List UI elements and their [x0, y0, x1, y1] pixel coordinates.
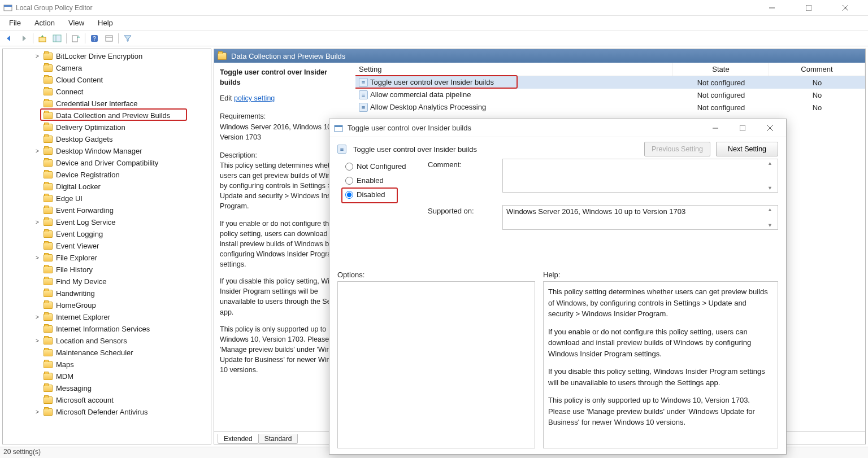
tree-item-label: Camera: [56, 64, 82, 72]
radio-disabled[interactable]: Disabled: [345, 190, 420, 199]
col-setting[interactable]: Setting: [355, 63, 673, 76]
tree-item-label: Internet Information Services: [56, 325, 150, 333]
tree-item[interactable]: Event Viewer: [3, 240, 211, 252]
edit-policy-link[interactable]: policy setting: [234, 94, 275, 102]
tree-item[interactable]: Device Registration: [3, 169, 211, 181]
tree-expander-icon[interactable]: >: [34, 338, 40, 344]
tree-item[interactable]: >Internet Explorer: [3, 311, 211, 323]
options-box[interactable]: [337, 281, 535, 448]
folder-icon: [44, 112, 53, 119]
radio-not-configured[interactable]: Not Configured: [345, 162, 420, 171]
folder-icon: [44, 207, 53, 214]
svg-rect-17: [740, 125, 745, 131]
tree-expander-icon[interactable]: >: [34, 255, 40, 261]
description-label: Description:: [220, 151, 257, 159]
tree-item[interactable]: Cloud Content: [3, 74, 211, 86]
tree-item-label: Event Log Service: [56, 218, 116, 226]
tree-pane[interactable]: >BitLocker Drive EncryptionCameraCloud C…: [2, 49, 211, 444]
tree-item-label: Find My Device: [56, 277, 107, 286]
tree-item[interactable]: Camera: [3, 62, 211, 74]
tree-item[interactable]: >File Explorer: [3, 252, 211, 264]
menu-help[interactable]: Help: [91, 16, 120, 29]
dialog-minimize-button[interactable]: [704, 121, 727, 136]
maximize-button[interactable]: [796, 2, 821, 14]
svg-rect-9: [72, 36, 77, 42]
tree-item-label: Handwriting: [56, 289, 95, 298]
tree-item-label: Event Logging: [56, 230, 103, 238]
tree-item[interactable]: File History: [3, 264, 211, 276]
tree-item-label: Cloud Content: [56, 76, 103, 84]
col-comment[interactable]: Comment: [769, 63, 865, 76]
folder-icon: [44, 124, 53, 131]
tree-item-label: Credential User Interface: [56, 99, 138, 108]
tree-item[interactable]: Handwriting: [3, 287, 211, 299]
back-button[interactable]: [2, 32, 16, 45]
tree-item[interactable]: Connect: [3, 86, 211, 98]
close-button[interactable]: [832, 2, 858, 14]
dialog-titlebar[interactable]: Toggle user control over Insider builds: [329, 119, 786, 137]
show-hide-tree-button[interactable]: [50, 32, 64, 45]
tree-item[interactable]: Credential User Interface: [3, 98, 211, 110]
tab-extended[interactable]: Extended: [218, 434, 259, 444]
dialog-title: Toggle user control over Insider builds: [348, 124, 471, 132]
tree-item[interactable]: MDM: [3, 370, 211, 382]
tree-item[interactable]: >Event Log Service: [3, 216, 211, 228]
tree-item[interactable]: HomeGroup: [3, 299, 211, 311]
tree-item[interactable]: Messaging: [3, 382, 211, 394]
tree-item[interactable]: Event Logging: [3, 228, 211, 240]
tree-expander-icon[interactable]: >: [34, 314, 40, 320]
tree-item[interactable]: Desktop Gadgets: [3, 133, 211, 145]
minimize-button[interactable]: [759, 2, 784, 14]
up-button[interactable]: [36, 32, 49, 45]
list-header[interactable]: Setting State Comment: [355, 63, 865, 76]
tree-expander-icon[interactable]: >: [34, 409, 40, 415]
menu-action[interactable]: Action: [28, 16, 62, 29]
tree-item[interactable]: Maintenance Scheduler: [3, 347, 211, 359]
next-setting-button[interactable]: Next Setting: [716, 142, 778, 156]
tree-item[interactable]: Delivery Optimization: [3, 121, 211, 133]
menu-file[interactable]: File: [2, 16, 28, 29]
export-button[interactable]: [69, 32, 83, 45]
tree-item-label: Location and Sensors: [56, 337, 127, 345]
tree-item-label: Event Forwarding: [56, 206, 114, 215]
tree-item[interactable]: Digital Locker: [3, 181, 211, 193]
menu-view[interactable]: View: [62, 16, 91, 29]
tree-item[interactable]: Edge UI: [3, 193, 211, 204]
tree-item[interactable]: >BitLocker Drive Encryption: [3, 50, 211, 62]
tree-expander-icon[interactable]: >: [34, 148, 40, 154]
tree-expander-icon[interactable]: >: [34, 53, 40, 59]
previous-setting-button[interactable]: Previous Setting: [644, 142, 710, 156]
tree-item[interactable]: >Desktop Window Manager: [3, 145, 211, 157]
tree-item-label: Microsoft account: [56, 396, 114, 404]
list-row[interactable]: ≡Allow Desktop Analytics ProcessingNot c…: [355, 101, 865, 114]
row-setting: Allow Desktop Analytics Processing: [370, 103, 486, 111]
tab-standard[interactable]: Standard: [258, 434, 298, 444]
policy-icon: ≡: [337, 145, 346, 154]
folder-icon: [44, 159, 53, 167]
tree-item[interactable]: Microsoft account: [3, 394, 211, 406]
forward-button[interactable]: [17, 32, 31, 45]
dialog-close-button[interactable]: [758, 121, 782, 136]
radio-enabled[interactable]: Enabled: [345, 176, 420, 185]
filter-button[interactable]: [121, 32, 134, 45]
tree-item[interactable]: Internet Information Services: [3, 323, 211, 335]
tree-item[interactable]: Device and Driver Compatibility: [3, 157, 211, 169]
tree-item[interactable]: Find My Device: [3, 276, 211, 287]
tree-expander-icon[interactable]: >: [34, 219, 40, 225]
svg-rect-6: [39, 37, 46, 42]
properties-button[interactable]: [102, 32, 116, 45]
list-row[interactable]: ≡Allow commercial data pipelineNot confi…: [355, 89, 865, 101]
list-row[interactable]: ≡Toggle user control over Insider builds…: [355, 76, 865, 89]
tree-item[interactable]: >Location and Sensors: [3, 335, 211, 347]
tree-item[interactable]: Event Forwarding: [3, 204, 211, 216]
comment-label: Comment:: [428, 159, 502, 169]
row-setting: Allow commercial data pipeline: [370, 90, 471, 99]
help-button[interactable]: ?: [88, 32, 101, 45]
tree-item[interactable]: Maps: [3, 359, 211, 370]
col-state[interactable]: State: [673, 63, 769, 76]
dialog-maximize-button[interactable]: [731, 121, 754, 136]
comment-field[interactable]: ▲▼: [502, 159, 778, 193]
tree-item[interactable]: >Microsoft Defender Antivirus: [3, 406, 211, 418]
tree-item-label: BitLocker Drive Encryption: [56, 52, 142, 60]
tree-item[interactable]: Data Collection and Preview Builds: [3, 110, 211, 121]
